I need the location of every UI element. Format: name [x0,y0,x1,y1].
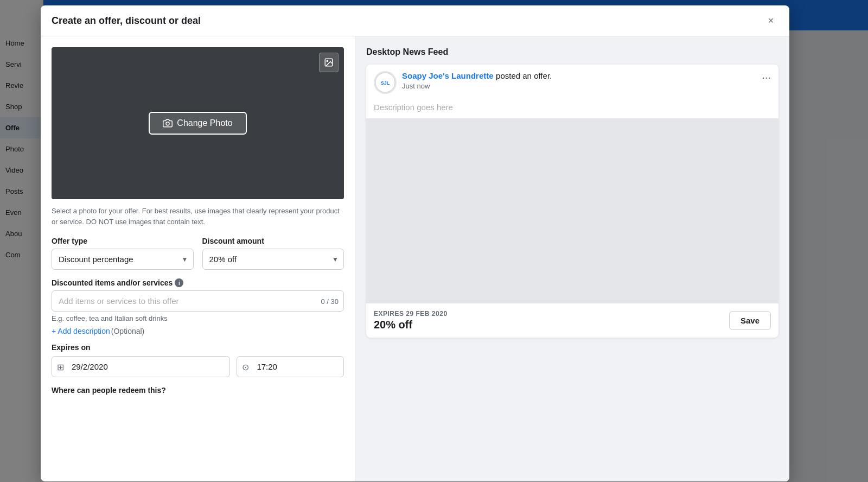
preview-page-name: Soapy Joe's Laundrette [402,71,494,80]
preview-discount-value: 20% off [374,319,448,331]
preview-user-text: Soapy Joe's Laundrette posted an offer. … [402,71,552,90]
calendar-icon: ⊞ [57,362,64,372]
preview-timestamp: Just now [402,82,552,90]
add-description-button[interactable]: + Add description (Optional) [52,327,344,335]
more-options-icon[interactable]: ··· [762,71,771,84]
discounted-items-input[interactable] [52,290,344,312]
where-redeem-label: Where can people redeem this? [52,386,344,395]
modal-header: Create an offer, discount or deal × [41,5,789,36]
modal-body: Change Photo Select a photo for your off… [41,36,789,481]
offer-type-select-wrapper: Discount percentage Discount amount Free… [52,249,194,270]
time-input-wrapper: ⊙ [237,356,344,377]
right-panel-preview: Desktop News Feed SJL [355,36,789,481]
discount-amount-label: Discount amount [202,237,344,245]
modal-title: Create an offer, discount or deal [52,15,201,27]
discounted-items-input-wrapper: 0 / 30 [52,290,344,312]
discounted-items-label: Discounted items and/or services i [52,278,344,287]
discount-amount-select-wrapper: 10% off 15% off 20% off 25% off 30% off … [202,249,344,270]
preview-user-info: SJL Soapy Joe's Laundrette posted an off… [374,71,552,94]
expires-on-label: Expires on [52,343,344,352]
svg-point-1 [327,60,328,61]
discounted-items-example: E.g. coffee, tea and Italian soft drinks [52,314,344,322]
optional-label: (Optional) [111,327,144,335]
preview-image-area [366,118,778,303]
preview-action-text: posted an offer. [496,71,552,80]
avatar: SJL [374,71,397,94]
create-offer-modal: Create an offer, discount or deal × [41,5,789,481]
offer-type-row: Offer type Discount percentage Discount … [52,237,344,270]
offer-type-group: Offer type Discount percentage Discount … [52,237,194,270]
photo-hint-text: Select a photo for your offer. For best … [52,206,344,227]
date-input[interactable] [52,356,230,377]
preview-description-placeholder: Description goes here [366,100,778,118]
discounted-items-count: 0 / 30 [321,297,339,305]
preview-expires-label: EXPIRES 29 FEB 2020 [374,310,448,318]
discounted-items-info-icon[interactable]: i [175,278,183,287]
preview-card-footer: EXPIRES 29 FEB 2020 20% off Save [366,303,778,338]
close-button[interactable]: × [763,13,778,28]
offer-type-select[interactable]: Discount percentage Discount amount Free… [52,249,194,270]
photo-gallery-icon-button[interactable] [319,53,339,72]
preview-card-header: SJL Soapy Joe's Laundrette posted an off… [366,65,778,100]
clock-icon: ⊙ [242,362,249,372]
time-input[interactable] [237,356,344,377]
date-input-wrapper: ⊞ [52,356,230,377]
photo-upload-area[interactable]: Change Photo [52,47,344,199]
preview-offer-info: EXPIRES 29 FEB 2020 20% off [374,310,448,331]
date-time-row: ⊞ ⊙ [52,356,344,377]
change-photo-button[interactable]: Change Photo [149,112,246,135]
discounted-items-group: Discounted items and/or services i 0 / 3… [52,278,344,322]
preview-card: SJL Soapy Joe's Laundrette posted an off… [366,65,778,338]
svg-point-2 [166,122,169,125]
preview-title: Desktop News Feed [366,47,778,57]
offer-type-label: Offer type [52,237,194,245]
discount-amount-group: Discount amount 10% off 15% off 20% off … [202,237,344,270]
left-panel: Change Photo Select a photo for your off… [41,36,355,481]
svg-text:SJL: SJL [381,80,390,86]
save-button[interactable]: Save [729,311,771,330]
discount-amount-select[interactable]: 10% off 15% off 20% off 25% off 30% off … [202,249,344,270]
